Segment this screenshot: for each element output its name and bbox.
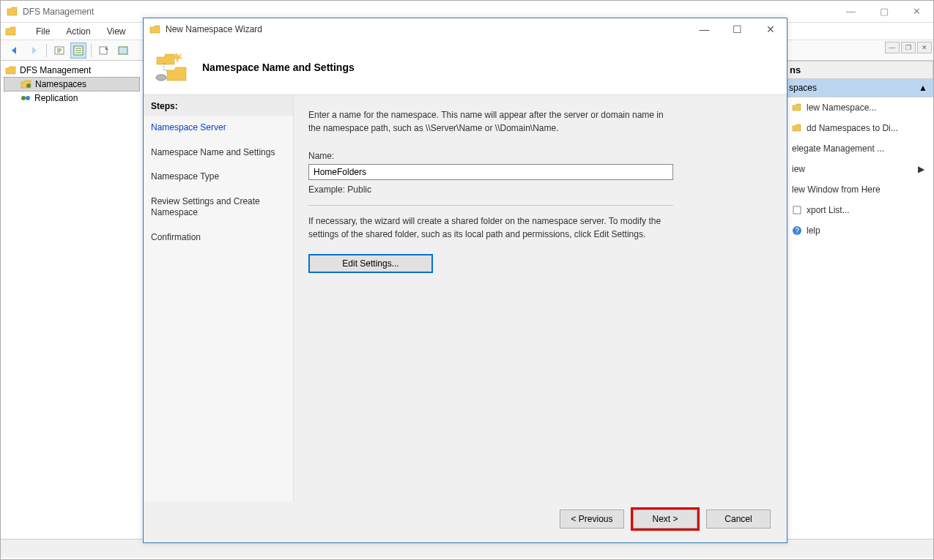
previous-button[interactable]: < Previous — [560, 509, 624, 529]
svg-point-4 — [26, 83, 31, 88]
wizard-icon — [149, 23, 161, 35]
dialog-close-button[interactable]: ✕ — [754, 18, 787, 40]
action-add-namespaces[interactable]: dd Namespaces to Di... — [783, 118, 933, 138]
dialog-title: New Namespace Wizard — [166, 24, 688, 34]
restore-child-button[interactable]: — — [885, 42, 900, 53]
svg-rect-7 — [793, 206, 801, 214]
dialog-titlebar: New Namespace Wizard — ☐ ✕ — [144, 18, 787, 40]
svg-point-10 — [156, 75, 166, 81]
namespaces-icon — [21, 79, 32, 89]
dialog-heading: Namespace Name and Settings — [202, 61, 355, 73]
export-icon — [792, 205, 802, 215]
dialog-maximize-button[interactable]: ☐ — [721, 18, 754, 40]
action-delegate[interactable]: elegate Management ... — [783, 138, 933, 159]
next-button[interactable]: Next > — [633, 509, 697, 529]
actions-header: ns — [783, 61, 933, 79]
menu-file[interactable]: File — [33, 25, 53, 38]
main-minimize-button[interactable]: — — [834, 1, 867, 22]
tree-pane: DFS Management Namespaces Replication — [1, 61, 144, 539]
action-new-window[interactable]: lew Window from Here — [783, 179, 933, 200]
new-icon — [792, 102, 802, 113]
toolbar-action3[interactable] — [96, 42, 112, 59]
forward-button[interactable] — [26, 42, 42, 59]
actions-pane: ns spaces ▲ lew Namespace... dd Namespac… — [783, 61, 933, 539]
edit-settings-button[interactable]: Edit Settings... — [308, 254, 433, 273]
svg-point-6 — [26, 96, 30, 100]
step-namespace-type[interactable]: Namespace Type — [144, 165, 293, 190]
replication-icon — [20, 93, 31, 103]
name-label: Name: — [308, 151, 769, 161]
actions-subheader[interactable]: spaces ▲ — [783, 79, 933, 97]
dfs-icon — [5, 26, 17, 37]
tree-root-label: DFS Management — [20, 65, 91, 75]
help-icon: ? — [792, 225, 802, 236]
description2-text: If necessary, the wizard will create a s… — [308, 214, 675, 241]
tree-item-label: Namespaces — [35, 79, 86, 89]
step-namespace-server[interactable]: Namespace Server — [144, 116, 293, 141]
dialog-header: Namespace Name and Settings — [144, 40, 787, 95]
main-window-title: DFS Management — [23, 7, 834, 17]
step-confirmation[interactable]: Confirmation — [144, 225, 293, 250]
step-review[interactable]: Review Settings and Create Namespace — [144, 190, 293, 225]
namespace-header-icon — [154, 50, 189, 85]
name-input[interactable] — [308, 164, 673, 180]
cancel-button[interactable]: Cancel — [706, 509, 771, 529]
toolbar-action4[interactable] — [115, 42, 131, 59]
toolbar-action1[interactable] — [51, 42, 67, 59]
svg-point-5 — [21, 96, 26, 100]
action-export-list[interactable]: xport List... — [783, 200, 933, 220]
tree-item-replication[interactable]: Replication — [4, 92, 140, 105]
dialog-minimize-button[interactable]: — — [688, 18, 721, 40]
divider — [308, 205, 673, 206]
add-icon — [792, 123, 802, 133]
svg-text:?: ? — [795, 227, 799, 235]
action-help[interactable]: ? lelp — [783, 220, 933, 241]
tree-root[interactable]: DFS Management — [4, 64, 140, 77]
collapse-icon: ▲ — [919, 83, 927, 93]
new-namespace-wizard-dialog: New Namespace Wizard — ☐ ✕ Namespace Nam… — [143, 18, 787, 543]
content-pane: Enter a name for the namespace. This nam… — [294, 95, 787, 501]
menu-view[interactable]: View — [104, 25, 129, 38]
action-new-namespace[interactable]: lew Namespace... — [783, 97, 933, 118]
action-view[interactable]: iew ▶ — [783, 159, 933, 179]
step-namespace-name[interactable]: Namespace Name and Settings — [144, 141, 293, 165]
steps-pane: Steps: Namespace Server Namespace Name a… — [144, 95, 294, 501]
chevron-right-icon: ▶ — [918, 164, 924, 174]
tree-item-namespaces[interactable]: Namespaces — [4, 77, 140, 92]
tree-item-label: Replication — [34, 93, 78, 103]
maximize-child-button[interactable]: ❐ — [901, 42, 916, 53]
dialog-footer: < Previous Next > Cancel — [144, 501, 787, 542]
toolbar-action2[interactable] — [70, 42, 86, 59]
main-close-button[interactable]: ✕ — [900, 1, 933, 22]
dfs-root-icon — [5, 65, 17, 75]
back-button[interactable] — [7, 42, 23, 59]
menu-action[interactable]: Action — [63, 25, 93, 38]
description-text: Enter a name for the namespace. This nam… — [308, 108, 675, 135]
svg-rect-3 — [119, 47, 127, 54]
dfs-icon — [7, 6, 18, 18]
close-child-button[interactable]: ✕ — [917, 42, 932, 53]
main-maximize-button[interactable]: ▢ — [867, 1, 900, 22]
steps-header: Steps: — [144, 95, 293, 116]
example-text: Example: Public — [308, 184, 769, 195]
